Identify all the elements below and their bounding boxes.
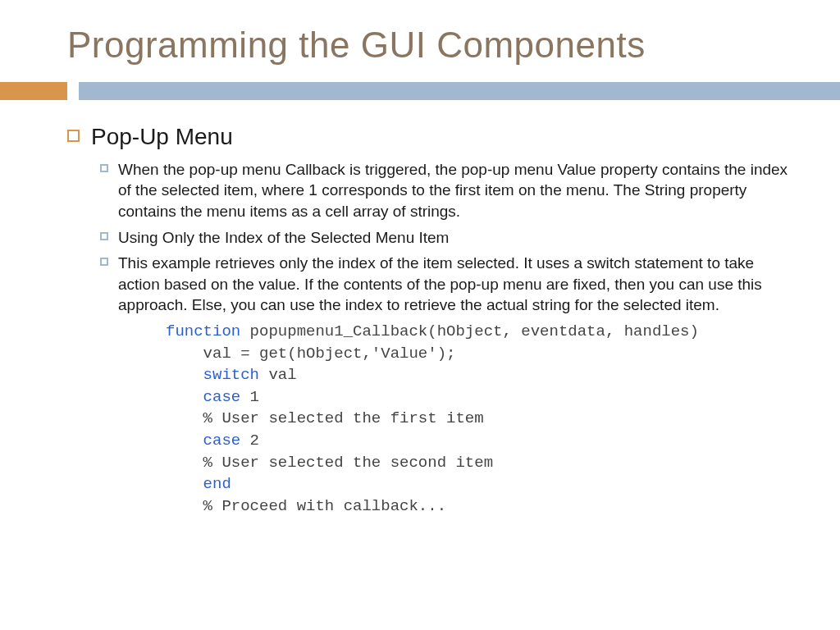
keyword: end bbox=[203, 475, 231, 493]
code-line: function popupmenu1_Callback(hObject, ev… bbox=[166, 321, 791, 343]
code-text: val bbox=[259, 366, 297, 384]
divider-gap bbox=[67, 82, 79, 100]
keyword: switch bbox=[203, 366, 259, 384]
divider-accent bbox=[0, 82, 67, 100]
square-bullet-icon bbox=[100, 258, 108, 266]
keyword: case bbox=[203, 431, 241, 450]
slide: Programming the GUI Components Pop-Up Me… bbox=[0, 0, 840, 630]
content: Pop-Up Menu When the pop-up menu Callbac… bbox=[0, 123, 840, 517]
bullet-text: This example retrieves only the index of… bbox=[118, 253, 791, 316]
bullet-item: This example retrieves only the index of… bbox=[100, 253, 791, 316]
square-bullet-icon bbox=[67, 130, 80, 142]
code-line: val = get(hObject,'Value'); bbox=[166, 343, 791, 365]
code-text: 2 bbox=[240, 431, 259, 450]
code-indent bbox=[166, 475, 203, 493]
code-line: end bbox=[166, 473, 791, 495]
code-line: % User selected the first item bbox=[166, 408, 791, 430]
code-line: case 2 bbox=[166, 430, 791, 452]
keyword: function bbox=[166, 322, 240, 340]
section-heading-row: Pop-Up Menu bbox=[67, 123, 791, 151]
bullet-text: Using Only the Index of the Selected Men… bbox=[118, 227, 449, 249]
code-line: % User selected the second item bbox=[166, 452, 791, 474]
square-bullet-icon bbox=[100, 164, 108, 172]
code-line: case 1 bbox=[166, 386, 791, 409]
code-block: function popupmenu1_Callback(hObject, ev… bbox=[166, 321, 791, 517]
code-line: switch val bbox=[166, 364, 791, 386]
divider-main bbox=[79, 82, 840, 100]
code-indent bbox=[166, 431, 203, 450]
bullet-item: When the pop-up menu Callback is trigger… bbox=[100, 159, 791, 222]
code-text: popupmenu1_Callback(hObject, eventdata, … bbox=[240, 322, 699, 340]
divider bbox=[0, 82, 840, 100]
slide-title: Programming the GUI Components bbox=[0, 25, 840, 82]
code-line: % Proceed with callback... bbox=[166, 495, 791, 518]
keyword: case bbox=[203, 388, 241, 406]
code-text: 1 bbox=[240, 388, 259, 406]
code-indent bbox=[166, 388, 203, 406]
bullet-text: When the pop-up menu Callback is trigger… bbox=[118, 159, 791, 222]
square-bullet-icon bbox=[100, 232, 108, 240]
section-heading: Pop-Up Menu bbox=[91, 123, 233, 151]
code-indent bbox=[166, 366, 203, 384]
bullet-item: Using Only the Index of the Selected Men… bbox=[100, 227, 791, 249]
